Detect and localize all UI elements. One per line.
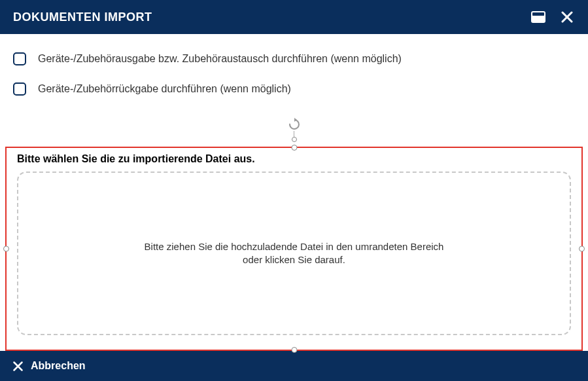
import-panel-title: Bitte wählen Sie die zu importierende Da… bbox=[17, 153, 571, 165]
refresh-icon bbox=[288, 118, 301, 131]
resize-handle-left[interactable] bbox=[3, 246, 9, 252]
cancel-button[interactable]: Abbrechen bbox=[13, 360, 86, 372]
import-dialog: DOKUMENTEN IMPORT Geräte-/Zubehörausgabe… bbox=[0, 0, 588, 381]
dialog-footer: Abbrechen bbox=[0, 351, 588, 381]
connector bbox=[288, 118, 301, 142]
import-panel: Bitte wählen Sie die zu importierende Da… bbox=[5, 147, 583, 351]
checkbox-row: Geräte-/Zubehörausgabe bzw. Zubehörausta… bbox=[13, 52, 575, 65]
close-button[interactable] bbox=[559, 9, 575, 25]
header-actions bbox=[530, 9, 575, 25]
file-dropzone[interactable]: Bitte ziehen Sie die hochzuladende Datei… bbox=[17, 172, 571, 335]
dropzone-text: Bitte ziehen Sie die hochzuladende Datei… bbox=[137, 240, 451, 267]
checkbox-rueckgabe[interactable] bbox=[13, 82, 26, 96]
checkbox-ausgabe[interactable] bbox=[13, 52, 26, 65]
dialog-title: DOKUMENTEN IMPORT bbox=[13, 10, 152, 24]
resize-handle-bottom[interactable] bbox=[291, 347, 297, 353]
svg-marker-5 bbox=[294, 118, 297, 122]
resize-handle-right[interactable] bbox=[579, 246, 585, 252]
dialog-content: Geräte-/Zubehörausgabe bzw. Zubehörausta… bbox=[0, 34, 588, 351]
maximize-button[interactable] bbox=[530, 9, 546, 25]
resize-handle-top[interactable] bbox=[291, 145, 297, 151]
checkbox-row: Geräte-/Zubehörrückgabe durchführen (wen… bbox=[13, 82, 575, 96]
connector-dot bbox=[292, 137, 297, 142]
checkbox-label: Geräte-/Zubehörausgabe bzw. Zubehörausta… bbox=[38, 53, 402, 65]
close-icon bbox=[13, 361, 23, 371]
checkbox-label: Geräte-/Zubehörrückgabe durchführen (wen… bbox=[38, 83, 291, 95]
dialog-header: DOKUMENTEN IMPORT bbox=[0, 0, 588, 34]
window-icon bbox=[531, 11, 545, 23]
cancel-label: Abbrechen bbox=[31, 360, 86, 372]
close-icon bbox=[561, 11, 573, 23]
